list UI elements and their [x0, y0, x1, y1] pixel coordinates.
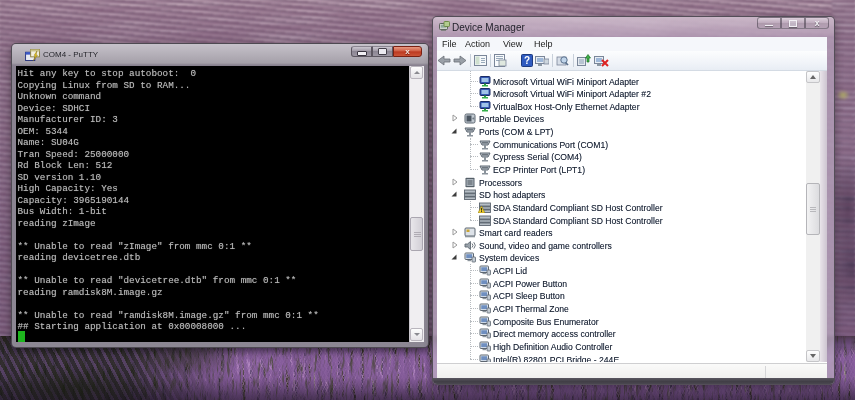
svg-text:?: ?: [524, 55, 530, 66]
